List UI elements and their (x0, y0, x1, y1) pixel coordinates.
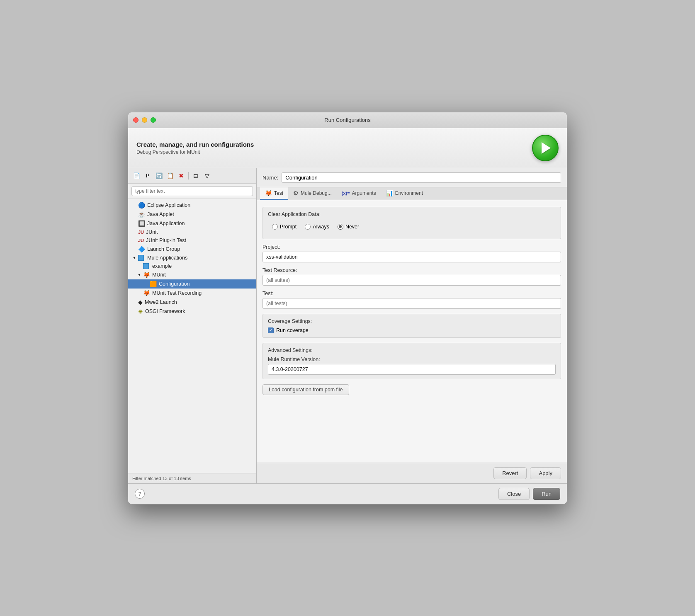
tree-item-munit-recording[interactable]: 🦊 MUnit Test Recording (128, 289, 256, 298)
expand-icon (131, 202, 137, 208)
filter-button[interactable]: ▽ (202, 171, 212, 181)
junit-icon: JU (138, 230, 144, 235)
minimize-button[interactable] (142, 117, 147, 123)
collapse-icon: ⊟ (193, 172, 198, 179)
tree-label: Launch Group (147, 246, 253, 252)
radio-always[interactable]: Always (305, 224, 329, 230)
name-row: Name: (257, 168, 567, 187)
new-config-button[interactable]: 📄 (131, 171, 141, 181)
window-bottom-bar: ? Close Run (128, 483, 567, 504)
tree-item-munit[interactable]: ▼ 🦊 MUnit (128, 270, 256, 279)
tree-item-eclipse-app[interactable]: 🔵 Eclipse Application (128, 201, 256, 210)
tree-item-junit[interactable]: JU JUnit (128, 228, 256, 236)
tree-item-example[interactable]: example (128, 262, 256, 270)
configuration-icon: 🟧 (150, 281, 157, 287)
test-field: Test: (262, 291, 561, 309)
arguments-icon: (x)= (342, 191, 350, 196)
prompt-radio[interactable] (272, 224, 278, 230)
mwe2-icon: ◆ (138, 299, 143, 306)
close-label: Close (507, 491, 521, 497)
header-subtitle: Debug Perspective for MUnit (136, 149, 254, 155)
apply-button[interactable]: Apply (530, 467, 561, 479)
tree-label: Java Applet (147, 211, 253, 217)
expand-icon (131, 299, 137, 305)
always-radio[interactable] (305, 224, 311, 230)
run-coverage-row: Run coverage (268, 327, 556, 333)
config-tree: 🔵 Eclipse Application ☕ Java Applet 🔲 Ja… (128, 199, 256, 473)
header-title: Create, manage, and run configurations (136, 141, 254, 148)
config-toolbar: 📄 P 🔄 📋 ✖ ⊟ ▽ (128, 168, 256, 184)
tree-item-java-applet[interactable]: ☕ Java Applet (128, 210, 256, 219)
test-resource-field: Test Resource: (262, 267, 561, 286)
expand-icon (136, 263, 142, 269)
collapse-button[interactable]: ⊟ (191, 171, 201, 181)
mule-debug-icon: ⚙ (293, 190, 299, 196)
never-radio[interactable] (338, 224, 343, 230)
close-button[interactable] (133, 117, 139, 123)
project-input[interactable] (262, 252, 561, 262)
test-resource-label: Test Resource: (262, 267, 561, 273)
arguments-label: Arguments (352, 190, 376, 196)
new-icon: 📄 (133, 172, 140, 179)
run-button-header[interactable] (532, 135, 559, 161)
window-title: Run Configurations (324, 117, 370, 123)
prompt-label: Prompt (280, 224, 296, 230)
status-text: Filter matched 13 of 13 items (132, 476, 191, 481)
junit-plugin-icon: JU (138, 238, 144, 243)
header-text: Create, manage, and run configurations D… (136, 141, 254, 155)
maximize-button[interactable] (151, 117, 156, 123)
tabs-bar: 🦊 Test ⚙ Mule Debug... (x)= Arguments 📊 … (257, 187, 567, 200)
mule-runtime-input[interactable] (268, 364, 556, 375)
tree-item-osgi[interactable]: ⊕ OSGi Framework (128, 307, 256, 316)
test-resource-input[interactable] (262, 275, 561, 286)
tree-label: Java Application (147, 221, 253, 226)
clear-app-data-label: Clear Application Data: (268, 211, 556, 217)
load-pom-button[interactable]: Load configuration from pom file (262, 384, 349, 395)
right-panel: Name: 🦊 Test ⚙ Mule Debug... (x)= Argume… (257, 168, 567, 483)
run-button[interactable]: Run (533, 488, 560, 500)
always-label: Always (313, 224, 329, 230)
tree-item-java-app[interactable]: 🔲 Java Application (128, 219, 256, 228)
tree-item-mule-apps[interactable]: ▼ Mule Applications (128, 254, 256, 262)
apply-label: Apply (539, 470, 552, 476)
tree-label: MUnit Test Recording (152, 290, 253, 296)
toolbar-sep-1 (188, 172, 189, 179)
coverage-section: Coverage Settings: Run coverage (262, 314, 561, 338)
import-button[interactable]: 🔄 (154, 171, 164, 181)
export-button[interactable]: P (143, 171, 153, 181)
tree-label: Mule Applications (147, 255, 253, 261)
tree-item-launch-group[interactable]: 🔷 Launch Group (128, 245, 256, 254)
java-app-icon: 🔲 (138, 220, 145, 227)
copy-button[interactable]: 📋 (165, 171, 175, 181)
munit-icon: 🦊 (143, 272, 150, 278)
expand-icon (131, 229, 137, 235)
tree-item-junit-plugin[interactable]: JU JUnit Plug-in Test (128, 236, 256, 245)
test-input[interactable] (262, 298, 561, 309)
tree-item-configuration[interactable]: 🟧 Configuration (128, 279, 256, 289)
name-input[interactable] (282, 172, 561, 183)
help-icon: ? (138, 491, 141, 497)
environment-label: Environment (395, 190, 423, 196)
java-applet-icon: ☕ (138, 211, 145, 218)
delete-button[interactable]: ✖ (176, 171, 186, 181)
close-button[interactable]: Close (498, 488, 530, 500)
revert-button[interactable]: Revert (493, 467, 527, 479)
tab-arguments[interactable]: (x)= Arguments (337, 187, 381, 200)
coverage-label: Coverage Settings: (268, 318, 556, 324)
tab-environment[interactable]: 📊 Environment (381, 187, 428, 200)
help-button[interactable]: ? (135, 489, 145, 499)
tab-mule-debug[interactable]: ⚙ Mule Debug... (288, 187, 337, 200)
expand-icon (131, 308, 137, 314)
radio-never[interactable]: Never (338, 224, 359, 230)
expand-icon (136, 290, 142, 296)
main-content: 📄 P 🔄 📋 ✖ ⊟ ▽ (128, 168, 567, 483)
tab-test[interactable]: 🦊 Test (260, 187, 288, 200)
project-label: Project: (262, 244, 561, 250)
filter-input[interactable] (131, 186, 253, 196)
launch-icon: 🔷 (138, 246, 145, 252)
radio-prompt[interactable]: Prompt (272, 224, 296, 230)
expand-icon (131, 238, 137, 243)
tree-item-mwe2[interactable]: ◆ Mwe2 Launch (128, 298, 256, 307)
environment-icon: 📊 (386, 190, 393, 196)
run-coverage-checkbox[interactable] (268, 327, 274, 333)
